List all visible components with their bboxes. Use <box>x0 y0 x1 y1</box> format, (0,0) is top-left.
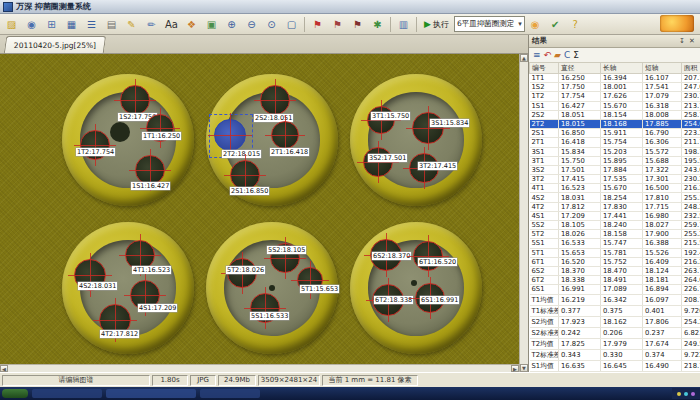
flag-delete-icon[interactable]: ⚑ <box>348 15 367 34</box>
save-all-icon[interactable]: ☰ <box>82 15 101 34</box>
start-button[interactable] <box>2 389 28 398</box>
table-row[interactable]: 3T115.75015.89515.688195.5831 <box>530 156 700 165</box>
table-row[interactable]: 1S116.42715.67016.318213.7424 <box>530 101 700 110</box>
table-row[interactable]: S2均值17.92318.16217.806254.2088 <box>530 316 700 327</box>
petri-dish-3[interactable] <box>350 74 482 206</box>
column-header[interactable]: 直径 <box>559 63 601 74</box>
table-row[interactable]: 5T218.02618.15817.900255.2755 <box>530 230 700 239</box>
table-row[interactable]: T2标准差0.3430.3300.3749.7229 <box>530 349 700 360</box>
flag-edit-icon[interactable]: ⚑ <box>328 15 347 34</box>
table-row[interactable]: 3T217.41517.53517.301230.2729 <box>530 175 700 184</box>
table-row[interactable]: 6T116.52015.75216.409216.2457 <box>530 257 700 266</box>
panel-toggle-icon[interactable]: ▥ <box>394 15 413 34</box>
pencil-icon[interactable]: ✎ <box>122 15 141 34</box>
system-icon[interactable] <box>3 2 13 12</box>
table-row[interactable]: 3S115.83415.20315.572198.1353 <box>530 147 700 156</box>
taskbar-item[interactable] <box>106 389 196 398</box>
text-tool-icon[interactable]: Aa <box>162 15 181 34</box>
table-row[interactable]: 4T116.52315.67016.500216.2288 <box>530 184 700 193</box>
flag-mark-icon[interactable]: ⚑ <box>308 15 327 34</box>
table-row[interactable]: S1均值16.63516.64516.490218.7015 <box>530 360 700 371</box>
print-icon[interactable]: ▤ <box>102 15 121 34</box>
scroll-down-icon[interactable]: ▼ <box>520 364 528 372</box>
table-row[interactable]: 5S218.10518.24018.027259.7100 <box>530 221 700 230</box>
export-results-icon[interactable]: ≡ <box>533 50 541 60</box>
table-row[interactable]: 1T116.25016.39416.107207.1933 <box>530 74 700 83</box>
horizontal-scrollbar[interactable]: ◀ ▶ <box>0 364 519 372</box>
table-cell: 18.168 <box>601 119 643 128</box>
open-icon[interactable]: ▨ <box>2 15 21 34</box>
scroll-up-icon[interactable]: ▲ <box>520 54 528 62</box>
clear-icon[interactable]: C <box>564 50 570 60</box>
camera-icon[interactable]: ◉ <box>22 15 41 34</box>
table-row[interactable]: 2S218.05118.15418.008258.7375 <box>530 110 700 119</box>
save-icon[interactable]: ▦ <box>62 15 81 34</box>
table-row[interactable]: T2均值17.82517.97917.674249.5500 <box>530 338 700 349</box>
column-header[interactable]: 短轴 <box>643 63 682 74</box>
tray-icon[interactable] <box>677 392 681 396</box>
table-row[interactable]: 6T218.33818.49118.181264.0435 <box>530 276 700 285</box>
method-dropdown[interactable]: 6平皿抑菌圈测定 ▾ <box>454 16 525 32</box>
table-cell: 0.237 <box>643 327 682 338</box>
table-row[interactable]: T1标准差0.3770.3750.4019.7203 <box>530 305 700 316</box>
table-row[interactable]: T1均值16.21916.34216.097208.7173 <box>530 294 700 305</box>
column-header[interactable]: 编号 <box>530 63 559 74</box>
table-row[interactable]: 6S218.37018.47018.124263.7104 <box>530 266 700 275</box>
table-row[interactable]: 2S116.85015.91116.790223.2040 <box>530 129 700 138</box>
confirm-icon[interactable]: ✔ <box>546 15 565 34</box>
table-row[interactable]: 2T218.01518.16817.885254.0363 <box>530 119 700 128</box>
bulb-icon[interactable]: ◉ <box>526 15 545 34</box>
pin-icon[interactable]: ↧ <box>677 37 687 45</box>
copy-icon[interactable]: ⊞ <box>42 15 61 34</box>
undo-icon[interactable]: ↶ <box>544 50 552 60</box>
hand-tool-icon[interactable]: ❖ <box>182 15 201 34</box>
zoom-fit-icon[interactable]: ▢ <box>282 15 301 34</box>
table-cell: 18.254 <box>601 193 643 202</box>
help-icon[interactable]: ? <box>566 15 585 34</box>
image-viewport[interactable]: 1S2:17.7501T1:16.2501T2:17.7541S1:16.427… <box>0 54 519 364</box>
zoom-in-icon[interactable]: ⊕ <box>222 15 241 34</box>
table-cell: 213.7424 <box>682 101 700 110</box>
taskbar-item[interactable] <box>32 389 102 398</box>
table-row[interactable]: 5T115.65315.78115.526192.4277 <box>530 248 700 257</box>
table-row[interactable]: S2标准差0.2420.2060.2376.8237 <box>530 327 700 338</box>
vertical-scrollbar[interactable]: ▲ ▼ <box>519 54 528 372</box>
petri-dish-6[interactable] <box>350 222 482 354</box>
table-cell: 0.242 <box>559 327 601 338</box>
edit-page-icon[interactable]: ✏ <box>142 15 161 34</box>
scroll-right-icon[interactable]: ▶ <box>511 365 519 372</box>
column-header[interactable]: 长轴 <box>601 63 643 74</box>
table-cell: 263.7104 <box>682 266 700 275</box>
zoom-1-1-icon[interactable]: ⊙ <box>262 15 281 34</box>
table-cell: 17.441 <box>601 211 643 220</box>
table-row[interactable]: 4S117.20917.44116.980232.5028 <box>530 211 700 220</box>
table-row[interactable]: 6S116.99117.08916.894226.7480 <box>530 285 700 294</box>
table-cell: 16.790 <box>643 129 682 138</box>
sum-icon[interactable]: Σ <box>573 50 579 60</box>
settings-icon[interactable]: ✱ <box>368 15 387 34</box>
table-cell: 17.806 <box>643 316 682 327</box>
table-row[interactable]: 5S116.53315.74716.388215.5488 <box>530 239 700 248</box>
table-row[interactable]: 3S217.50117.88417.322243.0256 <box>530 165 700 174</box>
eraser-icon[interactable]: ▰ <box>554 50 561 60</box>
image-tab[interactable]: 20110420-5.jpg[25%] <box>4 36 107 53</box>
table-cell: 17.322 <box>643 165 682 174</box>
table-row[interactable]: 2T116.41815.75416.306211.7202 <box>530 138 700 147</box>
table-row[interactable]: 1T217.75417.62617.079230.7201 <box>530 92 700 101</box>
column-header[interactable]: 面积 <box>682 63 700 74</box>
run-button[interactable]: ▶ 执行 <box>420 17 453 32</box>
table-cell: 17.674 <box>643 338 682 349</box>
taskbar-item[interactable] <box>200 389 260 398</box>
table-row[interactable]: 4S218.03118.25417.810255.3410 <box>530 193 700 202</box>
table-cell: 16.097 <box>643 294 682 305</box>
scroll-left-icon[interactable]: ◀ <box>0 365 8 372</box>
table-row[interactable]: 1S217.75018.00117.541247.0933 <box>530 83 700 92</box>
zoom-out-icon[interactable]: ⊖ <box>242 15 261 34</box>
tray-icon[interactable] <box>691 392 695 396</box>
table-row[interactable]: 4T217.81217.83017.715248.2209 <box>530 202 700 211</box>
toolbar-separator <box>390 17 391 32</box>
tray-icon[interactable] <box>684 392 688 396</box>
image-tool-icon[interactable]: ▣ <box>202 15 221 34</box>
table-cell: 1T2 <box>530 92 559 101</box>
close-icon[interactable]: ✕ <box>687 37 697 45</box>
